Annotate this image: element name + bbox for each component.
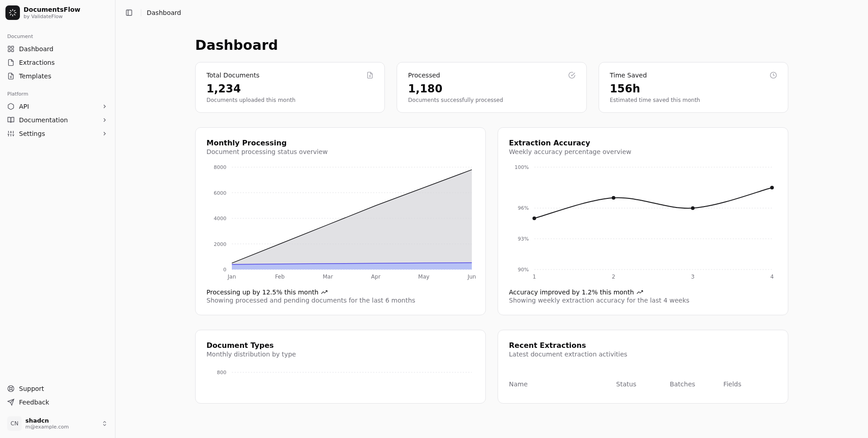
brand-subtitle: by ValidateFlow	[24, 14, 81, 19]
nav-section-document: Document	[4, 31, 111, 42]
svg-point-53	[612, 196, 615, 200]
chart-subtitle: Document processing status overview	[206, 148, 475, 155]
svg-text:Feb: Feb	[275, 274, 284, 280]
svg-text:May: May	[418, 274, 430, 280]
app-logo	[5, 5, 20, 20]
extraction-accuracy-chart: 90%93%96%100%1234	[509, 163, 777, 280]
sidebar-item-support[interactable]: Support	[4, 382, 111, 395]
separator	[141, 9, 141, 16]
svg-text:8000: 8000	[214, 164, 226, 170]
sidebar-item-api[interactable]: API	[4, 100, 111, 113]
user-menu[interactable]: CN shadcn m@example.com	[4, 413, 111, 434]
chart-card-document-types: Document Types Monthly distribution by t…	[195, 330, 486, 404]
document-types-chart: 800	[206, 365, 475, 383]
svg-text:Mar: Mar	[323, 274, 333, 280]
svg-text:4: 4	[770, 274, 774, 280]
dashboard-icon	[7, 45, 14, 53]
recent-extractions-table-header: Name Status Batches Fields	[509, 376, 777, 392]
content[interactable]: Dashboard Total Documents 1,234 Document…	[115, 25, 868, 438]
sidebar-item-templates[interactable]: Templates	[4, 69, 111, 83]
chevron-right-icon	[101, 103, 108, 110]
stat-value: 1,180	[408, 82, 575, 95]
chart-subtitle: Monthly distribution by type	[206, 351, 475, 358]
avatar: CN	[7, 416, 22, 431]
trending-up-icon	[637, 289, 643, 295]
table-column-status: Status	[616, 380, 670, 388]
svg-text:1: 1	[532, 274, 536, 280]
card-subtitle: Latest document extraction activities	[509, 351, 777, 358]
table-column-fields: Fields	[724, 380, 777, 388]
chart-footer-stat: Processing up by 12.5% this month	[206, 289, 475, 296]
sidebar-item-feedback[interactable]: Feedback	[4, 395, 111, 409]
chart-subtitle: Weekly accuracy percentage overview	[509, 148, 777, 155]
chart-card-extraction-accuracy: Extraction Accuracy Weekly accuracy perc…	[498, 127, 788, 315]
breadcrumb: Dashboard	[147, 9, 181, 16]
table-column-batches: Batches	[670, 380, 723, 388]
chevrons-up-down-icon	[101, 420, 108, 427]
svg-line-19	[12, 386, 13, 388]
topbar: Dashboard	[115, 0, 868, 25]
sidebar-item-settings[interactable]: Settings	[4, 127, 111, 140]
stat-label: Total Documents	[206, 72, 259, 79]
svg-text:4000: 4000	[214, 216, 226, 221]
send-icon	[7, 399, 14, 406]
sidebar-item-label: Feedback	[19, 399, 49, 406]
stat-desc: Estimated time saved this month	[610, 97, 777, 103]
support-icon	[7, 385, 14, 392]
sidebar-item-label: Templates	[19, 72, 51, 80]
file-icon	[366, 72, 374, 79]
main: Dashboard Dashboard Total Documents 1,23…	[115, 0, 868, 438]
svg-text:Apr: Apr	[371, 274, 381, 280]
svg-line-20	[9, 390, 10, 391]
sidebar-item-label: Dashboard	[19, 45, 53, 53]
sidebar-item-dashboard[interactable]: Dashboard	[4, 42, 111, 56]
chart-footer-sub: Showing weekly extraction accuracy for t…	[509, 297, 777, 304]
svg-text:800: 800	[217, 370, 226, 375]
svg-text:2000: 2000	[214, 241, 226, 247]
svg-text:Jan: Jan	[227, 274, 236, 280]
stat-desc: Documents successfully processed	[408, 97, 575, 103]
svg-text:0: 0	[223, 267, 226, 273]
chart-title: Monthly Processing	[206, 139, 475, 147]
nav-section-platform: Platform	[4, 88, 111, 100]
stat-label: Processed	[408, 72, 440, 79]
card-recent-extractions: Recent Extractions Latest document extra…	[498, 330, 788, 404]
stat-card-time: Time Saved 156h Estimated time saved thi…	[599, 62, 788, 113]
svg-text:100%: 100%	[515, 164, 529, 170]
stat-value: 1,234	[206, 82, 374, 95]
svg-text:96%: 96%	[518, 205, 529, 211]
svg-text:6000: 6000	[214, 190, 226, 196]
monthly-processing-chart: 02000400060008000JanFebMarAprMayJun	[206, 163, 475, 280]
stat-value: 156h	[610, 82, 777, 95]
sidebar-header: DocumentsFlow by ValidateFlow	[4, 4, 111, 25]
stat-card-processed: Processed 1,180 Documents successfully p…	[397, 62, 586, 113]
file-icon	[7, 59, 14, 66]
book-icon	[7, 116, 14, 124]
stat-card-total: Total Documents 1,234 Documents uploaded…	[195, 62, 385, 113]
svg-point-55	[770, 186, 774, 189]
card-title: Recent Extractions	[509, 341, 777, 350]
svg-text:3: 3	[691, 274, 695, 280]
user-name: shadcn	[25, 417, 98, 424]
svg-point-54	[691, 206, 695, 210]
svg-rect-1	[11, 46, 14, 48]
svg-line-17	[9, 386, 10, 388]
toggle-sidebar-button[interactable]	[123, 6, 135, 19]
brand-name: DocumentsFlow	[24, 6, 81, 14]
chart-card-monthly-processing: Monthly Processing Document processing s…	[195, 127, 486, 315]
stat-label: Time Saved	[610, 72, 647, 79]
chart-footer-sub: Showing processed and pending documents …	[206, 297, 475, 304]
sidebar-item-label: API	[19, 103, 29, 110]
svg-rect-2	[8, 49, 10, 52]
sidebar-item-label: Extractions	[19, 59, 55, 66]
clock-icon	[770, 72, 777, 79]
api-icon	[7, 103, 14, 110]
stat-desc: Documents uploaded this month	[206, 97, 374, 103]
sidebar-item-label: Support	[19, 385, 44, 392]
svg-point-16	[10, 387, 12, 390]
panel-left-icon	[125, 9, 133, 16]
sidebar-item-extractions[interactable]: Extractions	[4, 56, 111, 69]
sidebar-item-documentation[interactable]: Documentation	[4, 113, 111, 127]
svg-text:90%: 90%	[518, 267, 529, 273]
check-circle-icon	[568, 72, 575, 79]
